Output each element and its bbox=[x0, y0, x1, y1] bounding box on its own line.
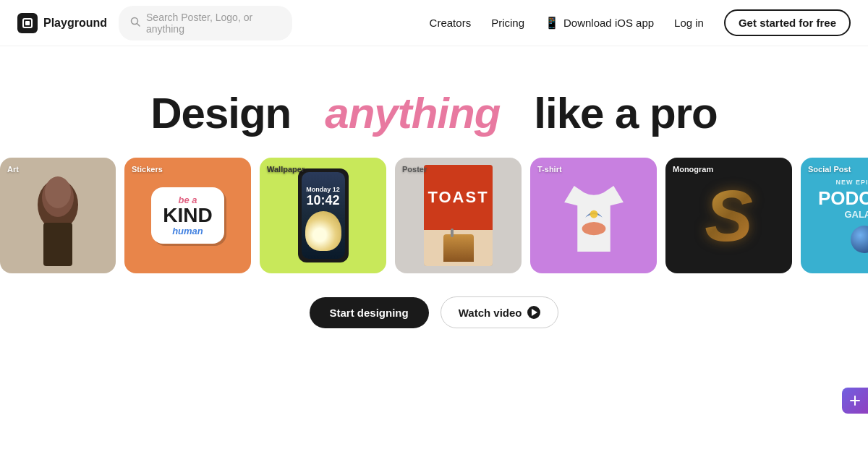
social-podcast-title: PODCAST bbox=[818, 189, 868, 208]
phone-screen: Monday 12 10:42 bbox=[302, 172, 345, 259]
watch-video-label: Watch video bbox=[459, 307, 522, 319]
card-tshirt-label: T-shirt bbox=[537, 165, 562, 174]
start-designing-button[interactable]: Start designing bbox=[310, 297, 429, 328]
monogram-letter: S bbox=[705, 179, 753, 252]
card-poster-label: Poster bbox=[402, 165, 427, 174]
phone-mockup: Monday 12 10:42 bbox=[298, 168, 349, 262]
login-button[interactable]: Log in bbox=[674, 17, 704, 29]
poster-text: TOAST bbox=[427, 188, 488, 207]
navbar-left: Playground Search Poster, Logo, or anyth… bbox=[17, 6, 292, 40]
social-content: NEW EPISODE. PODCAST GALAXY bbox=[818, 179, 868, 253]
svg-rect-5 bbox=[43, 223, 72, 266]
hero-section: Design anything like a pro Art Stickers bbox=[0, 46, 868, 350]
sticker-line3: human bbox=[163, 226, 212, 236]
search-bar[interactable]: Search Poster, Logo, or anything bbox=[119, 6, 292, 40]
card-social[interactable]: Social Post ⭐ NEW EPISODE. PODCAST GALAX… bbox=[801, 158, 868, 273]
hero-title: Design anything like a pro bbox=[150, 90, 718, 137]
sticker-line2: KIND bbox=[163, 205, 212, 226]
play-icon bbox=[527, 306, 540, 319]
navbar: Playground Search Poster, Logo, or anyth… bbox=[0, 0, 868, 46]
nav-pricing[interactable]: Pricing bbox=[491, 17, 524, 29]
svg-point-4 bbox=[45, 176, 71, 208]
svg-point-8 bbox=[590, 210, 597, 218]
social-globe bbox=[851, 226, 869, 253]
svg-line-1 bbox=[137, 24, 140, 27]
social-new-ep: NEW EPISODE. bbox=[818, 179, 868, 186]
tshirt-image bbox=[558, 168, 630, 262]
search-placeholder-text: Search Poster, Logo, or anything bbox=[146, 12, 281, 35]
logo-icon bbox=[17, 13, 38, 33]
poster-top: TOAST bbox=[424, 165, 493, 230]
poster-inner: TOAST bbox=[424, 165, 493, 266]
logo-icon-inner bbox=[22, 18, 33, 28]
art-figure bbox=[29, 165, 87, 266]
hero-title-before: Design bbox=[150, 89, 291, 137]
cards-strip: Art Stickers be a KIND human bbox=[0, 158, 868, 273]
ios-download-link[interactable]: 📱 Download iOS app bbox=[545, 16, 654, 30]
card-wallpaper-label: Wallpaper bbox=[267, 165, 305, 174]
logo-text: Playground bbox=[43, 17, 107, 30]
hero-title-highlight: anything bbox=[325, 89, 500, 137]
phone-date: Monday 12 bbox=[306, 186, 340, 193]
poster-bottom bbox=[424, 230, 493, 266]
nav-creators[interactable]: Creators bbox=[430, 17, 472, 29]
card-tshirt[interactable]: T-shirt bbox=[530, 158, 657, 273]
social-galaxy: GALAXY bbox=[818, 209, 868, 220]
card-art[interactable]: Art bbox=[0, 158, 116, 273]
navbar-right: Creators Pricing 📱 Download iOS app Log … bbox=[430, 9, 851, 36]
card-stickers[interactable]: Stickers be a KIND human bbox=[124, 158, 251, 273]
card-monogram[interactable]: Monogram S bbox=[665, 158, 792, 273]
phone-icon: 📱 bbox=[545, 16, 559, 30]
svg-point-7 bbox=[582, 222, 605, 235]
watch-video-button[interactable]: Watch video bbox=[441, 296, 559, 328]
phone-flower bbox=[305, 211, 341, 251]
toast-shape bbox=[443, 234, 474, 262]
cta-row: Start designing Watch video bbox=[310, 296, 559, 328]
sticker-content: be a KIND human bbox=[142, 179, 232, 252]
logo[interactable]: Playground bbox=[17, 13, 107, 33]
ios-label: Download iOS app bbox=[563, 17, 654, 29]
card-stickers-label: Stickers bbox=[132, 165, 163, 174]
float-action-button[interactable] bbox=[842, 388, 868, 414]
card-social-label: Social Post bbox=[808, 165, 851, 174]
search-icon bbox=[130, 17, 140, 29]
play-triangle bbox=[532, 309, 537, 316]
card-monogram-label: Monogram bbox=[673, 165, 713, 174]
card-wallpaper[interactable]: Wallpaper Monday 12 10:42 bbox=[260, 158, 386, 273]
toast-wire bbox=[451, 228, 454, 237]
card-poster[interactable]: Poster TOAST bbox=[395, 158, 522, 273]
phone-time: 10:42 bbox=[306, 193, 339, 208]
card-art-label: Art bbox=[7, 165, 19, 174]
hero-title-after: like a pro bbox=[534, 89, 717, 137]
get-started-button[interactable]: Get started for free bbox=[724, 9, 851, 36]
